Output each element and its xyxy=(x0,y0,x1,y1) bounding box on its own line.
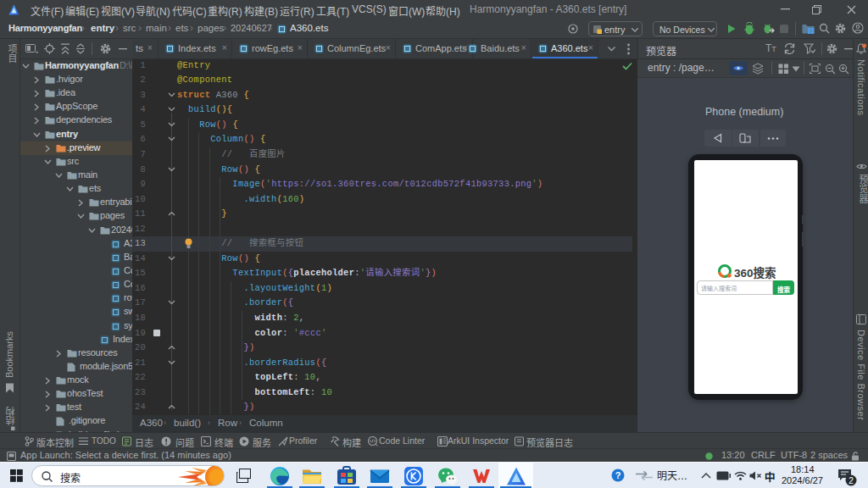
svg-text:2: 2 xyxy=(849,476,854,485)
svg-text:?: ? xyxy=(615,470,621,480)
